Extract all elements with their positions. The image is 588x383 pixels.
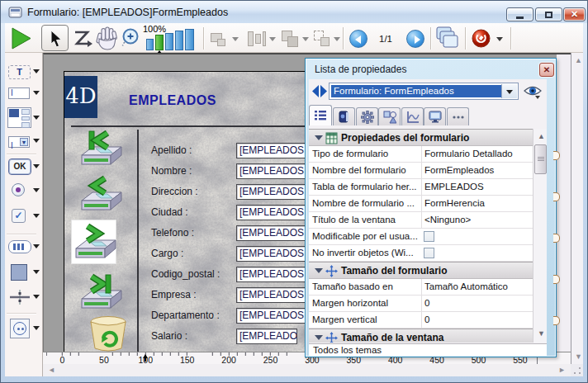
minimize-button[interactable] <box>506 7 533 21</box>
object-selector-combo[interactable]: Formulario: FormEmpleados <box>329 83 519 100</box>
vertical-scrollbar[interactable]: ▲ ▼ <box>571 53 583 364</box>
horizontal-scrollbar[interactable]: ◄ ► <box>43 364 571 376</box>
checkbox-unchecked[interactable] <box>424 231 434 242</box>
execute-form-button[interactable] <box>11 27 32 50</box>
checkbox-tool-dropdown[interactable] <box>33 214 40 218</box>
database-mode-icon[interactable] <box>472 29 491 49</box>
palette-scroll-down[interactable]: ▼ <box>538 330 545 338</box>
combobox-tool-button[interactable]: I ▼ <box>8 136 30 148</box>
button-tool-dropdown[interactable] <box>33 164 40 168</box>
field-input[interactable]: [EMPLEADOS <box>236 267 312 282</box>
section-header[interactable]: Tamaño de la ventana <box>309 329 533 343</box>
property-row[interactable]: Tabla de formulario her...EMPLEADOS <box>309 179 533 196</box>
palette-scroll-thumb[interactable] <box>534 144 547 174</box>
palette-scrollbar[interactable]: ▲ ▼ <box>533 129 547 343</box>
last-record-button[interactable] <box>78 273 124 313</box>
hand-tool-icon[interactable] <box>94 26 117 50</box>
plugin-tool-button[interactable] <box>10 319 30 338</box>
field-input[interactable]: [EMPLEADOS <box>236 143 312 158</box>
delete-record-button[interactable] <box>87 315 131 352</box>
field-input[interactable]: [EMPLEADOS <box>236 225 312 241</box>
splitter-tool-button[interactable] <box>9 289 31 305</box>
zoom-bar-200[interactable] <box>165 33 173 50</box>
next-page-button[interactable] <box>406 30 424 48</box>
input-tool-dropdown[interactable] <box>33 91 40 95</box>
listbox-tool-button[interactable] <box>7 107 31 128</box>
combobox-tool-dropdown[interactable] <box>33 139 40 143</box>
listbox-tool-dropdown[interactable] <box>33 116 40 120</box>
scroll-up-icon[interactable]: ▲ <box>575 57 582 64</box>
collapse-icon[interactable] <box>315 135 323 140</box>
previous-record-button[interactable] <box>78 175 124 215</box>
tab-coordinates[interactable] <box>401 107 424 125</box>
resize-grip[interactable] <box>571 364 583 376</box>
collapse-icon[interactable] <box>315 335 323 340</box>
database-dropdown-arrow[interactable] <box>496 37 503 41</box>
property-row[interactable]: Título de la ventana<Ninguno> <box>309 212 533 229</box>
zoom-tool-icon[interactable] <box>120 26 142 49</box>
property-row[interactable]: Margen vertical0 <box>309 312 533 329</box>
form-pages-icon[interactable] <box>435 26 461 50</box>
plugin-tool-dropdown[interactable] <box>33 326 40 330</box>
tab-more[interactable] <box>447 107 469 125</box>
order-entry-tool-icon[interactable] <box>73 30 92 48</box>
tab-action[interactable] <box>356 107 378 125</box>
property-row[interactable]: Tamaño basado enTamaño Automático <box>309 279 533 296</box>
zoom-bar-50[interactable] <box>146 39 154 50</box>
zoom-bar-800[interactable] <box>185 29 194 50</box>
scroll-left-icon[interactable]: ◄ <box>48 366 55 374</box>
tab-main[interactable] <box>309 105 332 125</box>
palette-close-button[interactable]: ✕ <box>539 63 554 77</box>
zoom-bar-400[interactable] <box>175 31 183 50</box>
tab-objects[interactable] <box>378 107 401 125</box>
property-row[interactable]: Modificable por el usua... <box>309 229 533 245</box>
section-header[interactable]: Tamaño del formulario <box>309 262 533 279</box>
rectangle-tool-button[interactable] <box>11 264 27 281</box>
input-tool-button[interactable]: I <box>8 87 30 99</box>
rectangle-tool-dropdown[interactable] <box>33 270 40 274</box>
property-row[interactable]: Tipo de formularioFormulario Detallado <box>309 146 533 163</box>
scroll-down-icon[interactable]: ▼ <box>575 353 582 361</box>
group-dropdown-arrow[interactable] <box>334 37 340 41</box>
object-navigator-icon[interactable] <box>311 84 328 98</box>
field-input[interactable]: [EMPLEADOS <box>236 184 312 200</box>
combo-dropdown-button[interactable] <box>501 84 517 98</box>
field-input[interactable]: [EMPLEADOS <box>236 205 312 220</box>
tab-display[interactable] <box>424 107 446 125</box>
text-tool-dropdown[interactable] <box>33 69 40 73</box>
checkbox-tool-button[interactable]: ✓ <box>12 209 26 223</box>
level-dropdown-arrow[interactable] <box>302 37 309 41</box>
field-input[interactable]: [EMPLEADOS <box>236 163 312 179</box>
field-input[interactable]: [EMPLEADOS <box>236 246 312 262</box>
close-button[interactable]: ✕ <box>563 7 586 21</box>
first-record-button[interactable] <box>78 130 124 169</box>
collapse-icon[interactable] <box>315 268 323 273</box>
field-input[interactable]: [EMPLEADOS <box>236 308 312 324</box>
property-row[interactable]: Nombre del formularioFormEmpleados <box>309 163 533 179</box>
property-row[interactable]: Nombre de formulario ...FormHerencia <box>309 196 533 212</box>
scroll-right-icon[interactable]: ► <box>558 366 566 374</box>
tab-data[interactable] <box>333 107 355 125</box>
property-row[interactable]: Margen horizontal0 <box>309 296 533 312</box>
title-bar[interactable]: Formulario: [EMPLEADOS]FormEmpleados ✕ <box>1 1 587 23</box>
checkbox-unchecked[interactable] <box>424 248 434 258</box>
radio-tool-button[interactable] <box>12 183 25 196</box>
align-dropdown-arrow[interactable] <box>232 37 239 41</box>
field-input[interactable]: [EMPLEADOS <box>236 287 312 303</box>
distribute-dropdown-arrow[interactable] <box>269 37 276 41</box>
splitter-tool-dropdown[interactable] <box>33 295 40 299</box>
eye-dropdown-arrow[interactable] <box>535 96 540 99</box>
property-row[interactable]: No invertir objetos (Wi... <box>309 245 533 262</box>
section-header[interactable]: Propiedades del formulario <box>309 129 533 146</box>
previous-page-button[interactable] <box>349 30 368 48</box>
zoom-bar-100-selected[interactable] <box>155 35 164 50</box>
next-record-button[interactable] <box>73 223 118 262</box>
maximize-button[interactable] <box>535 7 562 21</box>
text-tool-button[interactable]: T <box>8 65 31 79</box>
field-input[interactable]: [EMPLEADO( <box>236 329 297 344</box>
buttonbar-tool-dropdown[interactable] <box>33 244 40 248</box>
radio-tool-dropdown[interactable] <box>33 188 40 192</box>
palette-scroll-up[interactable]: ▲ <box>538 133 545 140</box>
buttonbar-tool-button[interactable] <box>8 240 31 253</box>
button-tool-button[interactable]: OK <box>8 158 31 175</box>
